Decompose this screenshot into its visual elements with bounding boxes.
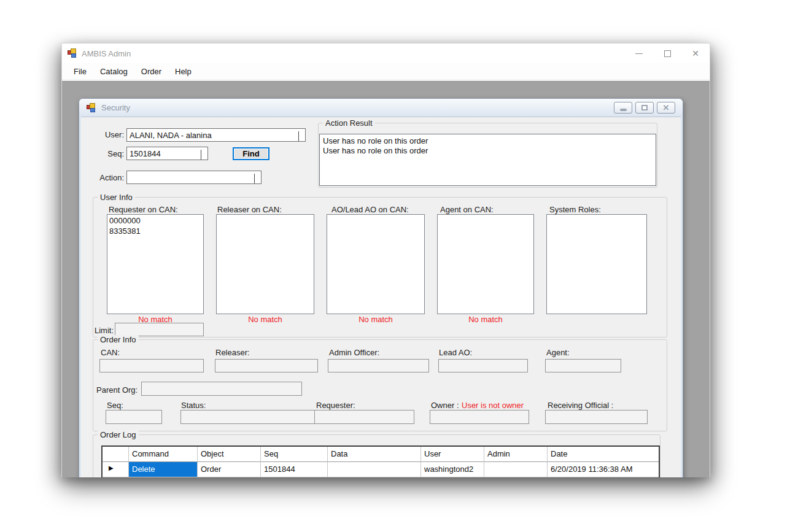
user-combobox-value: ALANI, NADA - alanina xyxy=(130,131,212,140)
lead-ao-field[interactable] xyxy=(438,359,528,372)
user-info-group: User Info Requester on CAN: Releaser on … xyxy=(93,197,667,337)
seq-label: Seq: xyxy=(102,149,124,158)
seq-combobox-value: 1501844 xyxy=(130,149,161,158)
action-label: Action: xyxy=(97,173,124,182)
close-button[interactable]: ✕ xyxy=(681,44,710,63)
security-window-controls: ✕ xyxy=(614,102,675,114)
releaser-on-can-listbox[interactable] xyxy=(216,214,314,314)
order-log-label: Order Log xyxy=(98,430,139,439)
seq-combobox[interactable]: 1501844 xyxy=(126,147,208,160)
owner-field[interactable] xyxy=(430,410,529,424)
status-label: Status: xyxy=(181,401,206,410)
cell-data[interactable] xyxy=(328,462,421,477)
agent-field[interactable] xyxy=(545,359,621,372)
order-info-label: Order Info xyxy=(98,335,139,344)
system-roles-label: System Roles: xyxy=(549,205,601,214)
action-combobox[interactable] xyxy=(126,171,261,184)
no-match-status: No match xyxy=(327,315,425,324)
cell-admin[interactable] xyxy=(484,462,548,477)
security-window: Security ✕ User: ALANI, NADA - alanina S… xyxy=(79,98,683,477)
agent-on-can-listbox[interactable] xyxy=(437,214,534,314)
security-title: Security xyxy=(101,103,130,112)
admin-officer-label: Admin Officer: xyxy=(329,348,379,357)
app-title: AMBIS Admin xyxy=(82,49,131,58)
menubar: File Catalog Order Help xyxy=(62,63,710,80)
action-result-label: Action Result xyxy=(323,118,375,128)
security-client-area: User: ALANI, NADA - alanina Seq: 1501844… xyxy=(81,117,681,477)
column-header-user[interactable]: User xyxy=(421,447,484,462)
menu-catalog[interactable]: Catalog xyxy=(93,64,134,79)
ambis-admin-window: AMBIS Admin ✕ File Catalog Order Help Se… xyxy=(61,43,710,477)
app-titlebar: AMBIS Admin ✕ xyxy=(62,44,710,63)
lead-ao-label: Lead AO: xyxy=(439,348,472,357)
no-match-status: No match xyxy=(216,315,314,324)
list-item[interactable]: 8335381 xyxy=(109,226,203,236)
releaser-label: Releaser: xyxy=(215,348,250,357)
limit-field[interactable] xyxy=(115,323,204,336)
table-row[interactable]: ▶ Delete Order 1501844 washingtond2 6/20… xyxy=(103,462,659,477)
security-window-icon xyxy=(87,103,96,113)
action-result-line: User has no role on this order xyxy=(323,146,653,156)
security-titlebar: Security ✕ xyxy=(79,99,683,117)
admin-officer-field[interactable] xyxy=(328,359,429,372)
cell-seq[interactable]: 1501844 xyxy=(261,462,328,477)
agent-on-can-label: Agent on CAN: xyxy=(440,205,494,214)
limit-label: Limit: xyxy=(95,326,114,335)
column-header-command[interactable]: Command xyxy=(129,447,198,462)
column-header-admin[interactable]: Admin xyxy=(484,447,548,462)
action-result-line: User has no role on this order xyxy=(323,136,653,146)
order-log-group: Order Log Command Object Seq Data User A… xyxy=(93,434,660,477)
receiving-official-label: Receiving Official : xyxy=(548,401,613,410)
minimize-button[interactable] xyxy=(625,44,653,63)
requester-label: Requester: xyxy=(316,401,355,410)
menu-file[interactable]: File xyxy=(67,64,93,79)
grid-header-row: Command Object Seq Data User Admin Date xyxy=(103,447,659,462)
can-label: CAN: xyxy=(101,348,120,357)
mdi-client-area: Security ✕ User: ALANI, NADA - alanina S… xyxy=(62,81,710,477)
status-field[interactable] xyxy=(180,410,320,424)
column-header-object[interactable]: Object xyxy=(198,447,261,462)
order-info-group: Order Info CAN: Releaser: Admin Officer:… xyxy=(93,339,667,431)
menu-help[interactable]: Help xyxy=(168,64,198,79)
system-roles-listbox[interactable] xyxy=(546,214,647,314)
action-result-textbox[interactable]: User has no role on this order User has … xyxy=(319,134,656,186)
chevron-down-icon xyxy=(201,150,206,155)
minimize-icon xyxy=(635,53,643,54)
child-restore-button[interactable] xyxy=(635,102,654,114)
cell-command[interactable]: Delete xyxy=(129,462,198,477)
parent-org-field[interactable] xyxy=(141,382,302,396)
user-combobox[interactable]: ALANI, NADA - alanina xyxy=(126,128,306,142)
cell-user[interactable]: washingtond2 xyxy=(421,462,484,477)
requester-field[interactable] xyxy=(314,410,414,424)
child-restore-icon xyxy=(641,105,648,110)
column-header-seq[interactable]: Seq xyxy=(261,447,328,462)
releaser-on-can-label: Releaser on CAN: xyxy=(217,205,282,214)
ao-lead-ao-on-can-listbox[interactable] xyxy=(327,214,425,314)
agent-label: Agent: xyxy=(546,348,570,357)
list-item[interactable]: 0000000 xyxy=(109,215,203,226)
column-header-data[interactable]: Data xyxy=(328,447,421,462)
seq-info-field[interactable] xyxy=(106,410,162,424)
receiving-official-field[interactable] xyxy=(545,410,648,424)
no-match-status: No match xyxy=(437,315,534,324)
maximize-icon xyxy=(664,50,671,57)
chevron-down-icon xyxy=(254,174,259,179)
releaser-field[interactable] xyxy=(215,359,318,372)
grid-corner-cell[interactable] xyxy=(103,447,129,462)
child-close-button[interactable]: ✕ xyxy=(657,102,675,114)
ao-lead-ao-on-can-label: AO/Lead AO on CAN: xyxy=(331,205,409,214)
cell-object[interactable]: Order xyxy=(198,462,261,477)
owner-warning: User is not owner xyxy=(462,401,524,410)
owner-label: Owner : xyxy=(431,401,459,410)
requester-on-can-listbox[interactable]: 0000000 8335381 xyxy=(107,214,204,314)
can-field[interactable] xyxy=(99,359,204,372)
row-selector-arrow-icon: ▶ xyxy=(109,465,114,471)
cell-date[interactable]: 6/20/2019 11:36:38 AM xyxy=(548,462,659,477)
row-selector-cell[interactable]: ▶ xyxy=(103,462,129,477)
maximize-button[interactable] xyxy=(653,44,681,63)
child-minimize-button[interactable] xyxy=(614,102,632,114)
column-header-date[interactable]: Date xyxy=(548,447,659,462)
find-button[interactable]: Find xyxy=(233,147,269,160)
menu-order[interactable]: Order xyxy=(134,64,168,79)
window-controls: ✕ xyxy=(625,44,710,63)
